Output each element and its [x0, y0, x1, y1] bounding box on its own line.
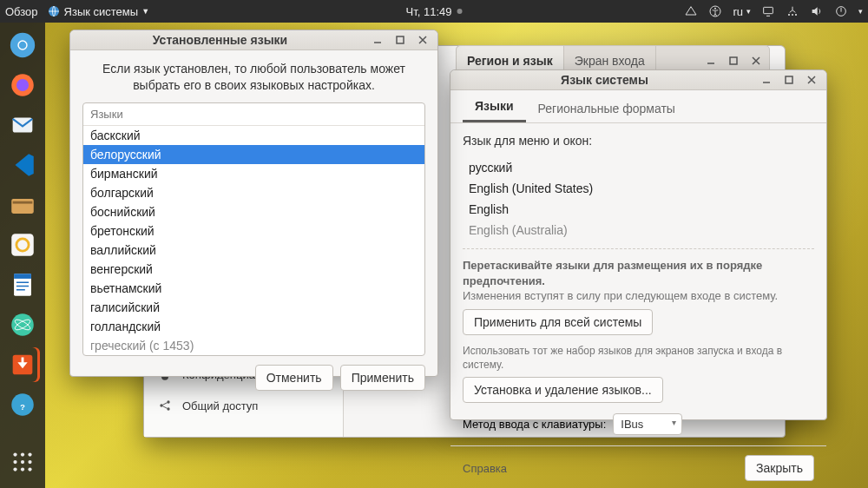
dock-show-apps[interactable]	[5, 445, 40, 479]
svg-point-10	[19, 42, 27, 49]
installed-languages-dialog: Установленные языки Если язык установлен…	[69, 30, 438, 377]
dock-thunderbird[interactable]	[5, 108, 40, 142]
dock-atom[interactable]	[5, 307, 40, 342]
language-tabs: Языки Региональные форматы	[450, 90, 826, 123]
sidebar-item-label: Общий доступ	[182, 399, 258, 412]
svg-point-36	[167, 400, 169, 403]
language-row[interactable]: русский	[464, 157, 813, 178]
maximize-button[interactable]	[391, 30, 410, 49]
list-item[interactable]: бирманский	[83, 164, 424, 183]
help-link[interactable]: Справка	[463, 462, 507, 475]
svg-rect-3	[764, 7, 773, 13]
chevron-down-icon: ▼	[141, 7, 149, 16]
window-title: Установленные языки	[76, 33, 365, 47]
maximize-button[interactable]	[724, 51, 743, 70]
top-panel: Обзор Язык системы ▼ Чт, 11:49 ru ▾ ▾	[0, 0, 868, 23]
svg-point-2	[714, 8, 716, 10]
language-support-window: Язык системы Языки Региональные форматы …	[450, 69, 827, 420]
language-priority-list[interactable]: русский English (United States) English …	[463, 156, 814, 241]
dock-firefox[interactable]	[5, 68, 40, 102]
dock-vscode[interactable]	[5, 148, 40, 182]
dock-writer[interactable]	[5, 267, 40, 302]
list-item[interactable]: вьетнамский	[83, 279, 424, 298]
list-item[interactable]: белорусский	[83, 145, 424, 164]
network-icon	[684, 4, 698, 18]
svg-rect-38	[730, 57, 737, 64]
svg-point-12	[16, 79, 29, 91]
close-button[interactable]	[413, 30, 432, 49]
tab-languages[interactable]: Языки	[463, 92, 526, 122]
list-item[interactable]: болгарский	[83, 183, 424, 202]
keyboard-layout-indicator[interactable]: ru	[733, 5, 743, 18]
wired-network-icon	[786, 4, 799, 18]
svg-point-26	[13, 452, 16, 456]
language-icon	[47, 4, 61, 18]
dock-chromium[interactable]	[5, 28, 40, 63]
close-button[interactable]	[746, 51, 766, 70]
language-window-footer: Справка Закрыть	[450, 445, 826, 488]
list-item[interactable]: баскский	[83, 126, 424, 145]
svg-rect-40	[397, 36, 404, 43]
svg-point-30	[21, 460, 24, 464]
clock[interactable]: Чт, 11:49	[406, 5, 463, 18]
dock-help[interactable]: ?	[5, 387, 40, 422]
list-item[interactable]: валлийский	[83, 241, 424, 260]
svg-point-35	[160, 404, 162, 406]
language-row[interactable]: English (United States)	[464, 178, 813, 199]
list-body[interactable]: баскский белорусский бирманский болгарск…	[83, 126, 424, 355]
minimize-button[interactable]	[757, 70, 776, 89]
input-method-select[interactable]: IBus	[613, 413, 682, 435]
install-remove-languages-button[interactable]: Установка и удаление языков...	[463, 377, 663, 403]
language-row[interactable]: English (Australia)	[464, 220, 813, 241]
titlebar[interactable]: Язык системы	[450, 70, 826, 90]
tab-regional-formats[interactable]: Региональные форматы	[526, 95, 687, 122]
dock-files[interactable]	[5, 188, 40, 222]
languages-listbox: Языки баскский белорусский бирманский бо…	[82, 102, 425, 356]
chevron-down-icon: ▾	[858, 7, 863, 16]
list-item[interactable]: голландский	[83, 317, 424, 336]
list-item[interactable]: венгерский	[83, 260, 424, 279]
apply-hint: Использовать тот же набор языков для экр…	[463, 344, 814, 372]
minimize-button[interactable]	[368, 30, 387, 49]
input-method-label: Метод ввода с клавиатуры:	[463, 418, 606, 431]
dock-software[interactable]	[5, 347, 40, 382]
apply-button[interactable]: Применить	[340, 365, 425, 391]
notification-dot	[457, 9, 462, 14]
display-icon	[761, 4, 775, 18]
cancel-button[interactable]: Отменить	[255, 365, 333, 391]
svg-rect-39	[786, 76, 792, 83]
app-menu[interactable]: Язык системы ▼	[47, 4, 150, 18]
svg-rect-16	[11, 234, 34, 256]
close-button[interactable]: Закрыть	[745, 455, 814, 481]
titlebar[interactable]: Установленные языки	[70, 30, 437, 50]
svg-point-37	[167, 407, 169, 410]
list-item[interactable]: боснийский	[83, 202, 424, 221]
list-item[interactable]: греческий (с 1453)	[83, 336, 424, 355]
svg-text:?: ?	[20, 403, 25, 412]
list-item[interactable]: галисийский	[83, 298, 424, 317]
svg-point-28	[28, 452, 31, 456]
status-area[interactable]: ru ▾ ▾	[684, 4, 863, 18]
svg-point-6	[795, 14, 797, 16]
dock-rhythmbox[interactable]	[5, 228, 40, 262]
list-item[interactable]: бретонский	[83, 221, 424, 241]
activities-button[interactable]: Обзор	[5, 5, 38, 18]
window-title: Язык системы	[456, 73, 753, 87]
dialog-description: Если язык установлен, то любой пользоват…	[82, 61, 425, 102]
list-header: Языки	[83, 103, 424, 126]
svg-point-29	[13, 460, 16, 464]
chevron-down-icon: ▾	[746, 7, 751, 16]
svg-rect-13	[13, 118, 33, 133]
svg-point-32	[13, 467, 16, 471]
power-icon	[834, 4, 848, 18]
minimize-button[interactable]	[701, 51, 720, 70]
svg-point-27	[21, 452, 24, 456]
svg-rect-15	[13, 201, 33, 204]
svg-point-33	[21, 467, 24, 471]
maximize-button[interactable]	[779, 70, 799, 89]
close-button[interactable]	[802, 70, 821, 89]
language-row[interactable]: English	[464, 199, 813, 220]
volume-icon	[810, 4, 824, 18]
svg-rect-14	[11, 199, 34, 214]
apply-system-wide-button[interactable]: Применить для всей системы	[463, 309, 653, 335]
